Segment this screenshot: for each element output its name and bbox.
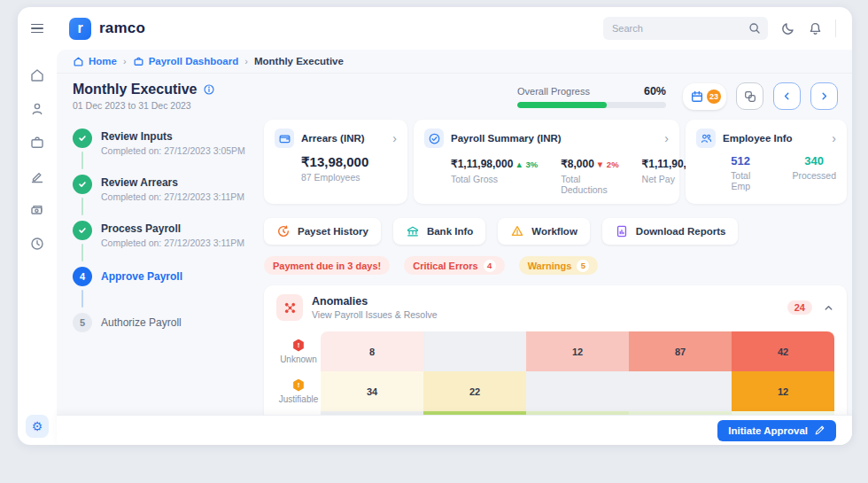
heatmap-cell[interactable]: 87 [629,331,732,371]
collapse-button[interactable] [823,302,834,314]
workflow-button[interactable]: Workflow [498,218,590,245]
dark-mode-button[interactable] [780,21,795,36]
calendar-button[interactable]: 23 [683,83,726,110]
warning-triangle-icon [510,224,524,238]
step-done-icon [73,129,92,148]
heatmap-cell[interactable]: 12 [732,371,834,411]
progress-percent: 60% [644,85,666,97]
heatmap-cell[interactable]: 42 [732,331,834,371]
heatmap-cell[interactable]: 12 [526,331,629,371]
timeline-step-review-arrears[interactable]: Review ArrearsCompleted on: 27/12/2023 3… [73,175,264,221]
anomaly-pattern-icon [283,300,298,316]
heatmap-cell[interactable]: 8 [321,331,423,371]
chevron-right-icon[interactable]: › [664,132,669,144]
sidebar-item-approvals[interactable] [29,168,45,184]
report-icon [615,224,629,238]
search-icon[interactable] [748,21,762,35]
dashboard-column: Arrears (INR) › ₹13,98,000 87 Employees … [264,120,847,415]
previous-period-button[interactable] [773,82,801,110]
timeline-connector [81,152,83,169]
anomalies-titles: Anomalies View Payroll Issues & Resolve [312,295,438,320]
progress-fill [517,102,607,108]
briefcase-icon [133,56,144,67]
info-icon[interactable] [203,83,215,96]
chevron-right-icon[interactable]: › [392,132,397,144]
bank-icon [406,224,420,238]
timeline-step-authorize-payroll[interactable]: 5 Authorize Payroll [73,313,264,339]
heatmap-cell[interactable] [423,331,526,371]
warnings-alert[interactable]: Warnings 5 [519,256,599,275]
title-block: Monthly Executive 01 Dec 2023 to 31 Dec … [73,82,215,111]
payroll-timeline: Review InputsCompleted on: 27/12/2023 3:… [73,120,264,415]
heatmap-cell[interactable] [629,371,732,411]
chevron-right-icon[interactable]: › [832,132,836,144]
chevron-right-icon [818,90,830,102]
search-input[interactable] [603,17,768,40]
download-reports-button[interactable]: Download Reports [602,218,739,245]
arrears-card[interactable]: Arrears (INR) › ₹13,98,000 87 Employees [264,120,407,204]
users-icon [700,132,713,145]
summary-cards-row: Arrears (INR) › ₹13,98,000 87 Employees … [264,120,847,204]
cash-icon [29,202,45,218]
payset-history-button[interactable]: Payset History [264,218,381,245]
user-icon [29,101,45,117]
home-icon [73,56,84,67]
bank-info-button[interactable]: Bank Info [393,218,485,245]
breadcrumb-label: Home [89,56,117,66]
signature-icon [29,168,45,184]
sidebar-item-profile[interactable] [29,101,45,117]
timeline-step-process-payroll[interactable]: Process PayrollCompleted on: 27/12/2023 … [73,221,264,267]
payment-due-alert[interactable]: Payment due in 3 days! [264,256,390,275]
timeline-step-review-inputs[interactable]: Review InputsCompleted on: 27/12/2023 3:… [73,129,264,175]
step-done-icon [73,175,92,194]
breadcrumb-separator: › [244,56,248,66]
topbar: r ramco [18,7,852,50]
next-period-button[interactable] [810,82,838,110]
heatmap-row-labels: ! Unknown ! Justifiable ! Acceptable [276,331,321,415]
row-label-justifiable: ! Justifiable [276,371,321,411]
heatmap-cell[interactable]: 34 [321,371,423,411]
total-emp-stat: 512 Total Emp [726,154,755,191]
switch-view-icon [743,90,757,104]
calendar-icon [690,90,704,104]
anomalies-heatmap: ! Unknown ! Justifiable ! Acceptable [276,331,834,415]
breadcrumb-separator: › [123,56,127,66]
hamburger-menu-icon[interactable] [18,24,57,34]
notifications-button[interactable] [808,21,823,36]
breadcrumb-home[interactable]: Home [73,56,117,67]
progress-label: Overall Progress [517,86,590,97]
initiate-approval-button[interactable]: Initiate Approval [717,420,836,441]
title-row: Monthly Executive 01 Dec 2023 to 31 Dec … [57,74,852,114]
step-number-badge: 5 [73,313,92,332]
payroll-summary-card[interactable]: Payroll Summary (INR) › ₹1,11,98,000▲ 3%… [414,120,679,204]
sidebar-item-history[interactable] [29,236,45,252]
arrears-employees: 87 Employees [301,172,397,183]
heatmap-cell[interactable]: 22 [423,371,526,411]
total-gross-stat: ₹1,11,98,000▲ 3% Total Gross [451,155,538,195]
timeline-step-approve-payroll[interactable]: 4 Approve Payroll [73,267,264,313]
heatmap-cell[interactable] [526,371,629,411]
sidebar: ⚙ [18,50,57,445]
timeline-connector [81,198,83,215]
critical-errors-count: 4 [484,260,496,272]
sidebar-item-payroll[interactable] [29,135,45,151]
briefcase-icon [29,135,45,151]
timeline-connector [81,290,83,308]
check-circle-icon [428,132,441,145]
breadcrumb-payroll-dashboard[interactable]: Payroll Dashboard [133,56,239,67]
history-icon [276,224,291,238]
switch-view-button[interactable] [736,82,763,110]
quick-actions-row: Payset History Bank Info Workflow Downlo… [264,218,847,245]
anomalies-title: Anomalies [312,295,438,308]
settings-button[interactable]: ⚙ [26,415,49,438]
app-window: r ramco ⚙ [18,7,852,445]
heatmap-grid: 8 12 87 42 34 22 12 3 5 [321,331,834,415]
processed-stat: 340 Processed [792,154,836,191]
warnings-count: 5 [577,260,589,272]
critical-errors-alert[interactable]: Critical Errors 4 [404,256,504,275]
sidebar-item-home[interactable] [29,67,45,83]
anomalies-header: Anomalies View Payroll Issues & Resolve … [276,294,834,321]
employee-info-card[interactable]: Employee Info › 512 Total Emp 340 Proces… [686,120,847,204]
clock-icon [29,236,45,252]
sidebar-item-payments[interactable] [29,202,45,218]
